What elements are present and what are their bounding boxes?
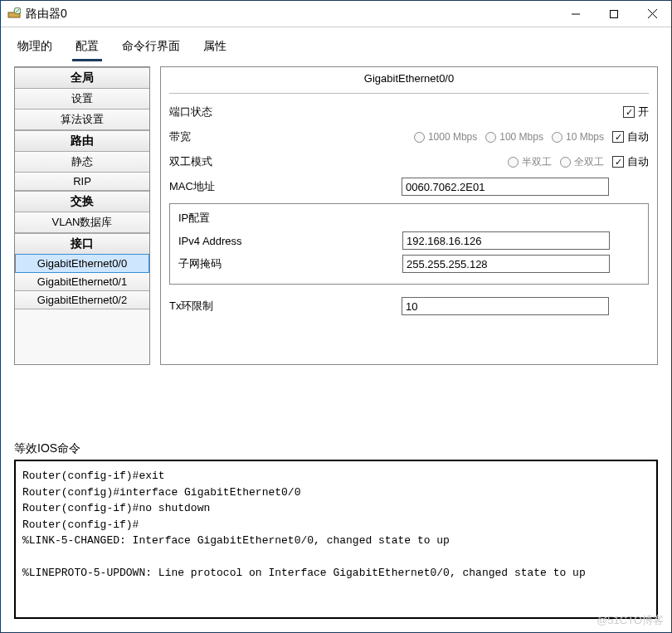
- sidebar-item-algorithm[interactable]: 算法设置: [15, 109, 149, 130]
- router-config-window: 路由器0 物理的 配置 命令行界面 属性 全局 设置 算法设置 路由 静态 RI…: [0, 0, 672, 633]
- config-content: 全局 设置 算法设置 路由 静态 RIP 交换 VLAN数据库 接口 Gigab…: [1, 61, 671, 436]
- half-duplex-label: 半双工: [522, 155, 552, 169]
- mac-row: MAC地址: [169, 177, 649, 197]
- sidebar-header-interface: 接口: [15, 233, 149, 255]
- duplex-auto-checkbox[interactable]: [612, 156, 624, 168]
- mac-label: MAC地址: [169, 179, 269, 194]
- ipv4-input[interactable]: [402, 231, 610, 250]
- port-status-row: 端口状态 开: [169, 102, 649, 122]
- sidebar-item-settings[interactable]: 设置: [15, 88, 149, 110]
- port-status-label: 端口状态: [169, 105, 269, 119]
- duplex-auto-label: 自动: [627, 154, 649, 169]
- window-title: 路由器0: [26, 7, 557, 22]
- tx-row: Tx环限制: [169, 296, 649, 316]
- tab-cli[interactable]: 命令行界面: [119, 34, 183, 61]
- panel-title: GigabitEthernet0/0: [169, 71, 649, 86]
- bw-1000-radio[interactable]: [414, 132, 425, 143]
- tab-bar: 物理的 配置 命令行界面 属性: [1, 27, 671, 61]
- duplex-row: 双工模式 半双工 全双工 自动: [169, 152, 649, 172]
- half-duplex-radio[interactable]: [508, 157, 519, 168]
- sidebar-item-static[interactable]: 静态: [15, 151, 149, 173]
- sidebar-item-rip[interactable]: RIP: [15, 172, 149, 191]
- tab-physical[interactable]: 物理的: [14, 34, 56, 61]
- ios-section: 等效IOS命令 Router(config-if)#exit Router(co…: [1, 436, 671, 632]
- mac-input[interactable]: [402, 178, 609, 196]
- sidebar-header-routing: 路由: [15, 130, 149, 152]
- app-icon: [7, 7, 21, 21]
- full-duplex-radio[interactable]: [560, 157, 571, 168]
- ios-output[interactable]: Router(config-if)#exit Router(config)#in…: [14, 460, 658, 619]
- bw-100-label: 100 Mbps: [499, 131, 543, 143]
- bw-10-label: 10 Mbps: [566, 131, 604, 143]
- sidebar-item-ge00[interactable]: GigabitEthernet0/0: [15, 254, 149, 273]
- sidebar-header-switching: 交换: [15, 191, 149, 212]
- config-sidebar[interactable]: 全局 设置 算法设置 路由 静态 RIP 交换 VLAN数据库 接口 Gigab…: [14, 66, 150, 365]
- titlebar: 路由器0: [1, 1, 671, 27]
- subnet-input[interactable]: [402, 255, 610, 273]
- bw-auto-label: 自动: [627, 129, 649, 144]
- window-controls: [557, 1, 671, 27]
- minimize-button[interactable]: [557, 1, 595, 27]
- ios-label: 等效IOS命令: [14, 441, 658, 456]
- close-button[interactable]: [633, 1, 671, 27]
- full-duplex-label: 全双工: [574, 155, 604, 169]
- bw-auto-checkbox[interactable]: [612, 131, 624, 143]
- sidebar-item-ge02[interactable]: GigabitEthernet0/2: [15, 290, 149, 309]
- svg-rect-4: [611, 10, 618, 17]
- tx-input[interactable]: [402, 297, 609, 315]
- duplex-label: 双工模式: [169, 154, 269, 169]
- port-status-checkbox[interactable]: [623, 106, 635, 118]
- tx-label: Tx环限制: [169, 299, 269, 314]
- sidebar-header-global: 全局: [15, 67, 149, 89]
- bandwidth-row: 带宽 1000 Mbps 100 Mbps 10 Mbps 自动: [169, 127, 649, 147]
- sidebar-item-vlan[interactable]: VLAN数据库: [15, 212, 149, 233]
- ip-group-label: IP配置: [178, 211, 640, 226]
- subnet-label: 子网掩码: [178, 256, 286, 271]
- maximize-button[interactable]: [595, 1, 633, 27]
- bw-100-radio[interactable]: [485, 132, 496, 143]
- sidebar-item-ge01[interactable]: GigabitEthernet0/1: [15, 272, 149, 291]
- bw-10-radio[interactable]: [552, 132, 562, 143]
- interface-panel: GigabitEthernet0/0 端口状态 开 带宽 1000 Mbps: [160, 66, 658, 365]
- tab-attributes[interactable]: 属性: [200, 34, 230, 61]
- port-on-label: 开: [638, 105, 649, 119]
- bw-1000-label: 1000 Mbps: [428, 131, 477, 143]
- ipv4-label: IPv4 Address: [178, 235, 286, 247]
- tab-config[interactable]: 配置: [72, 34, 102, 61]
- ip-config-group: IP配置 IPv4 Address 子网掩码: [169, 203, 649, 285]
- bandwidth-label: 带宽: [169, 129, 269, 144]
